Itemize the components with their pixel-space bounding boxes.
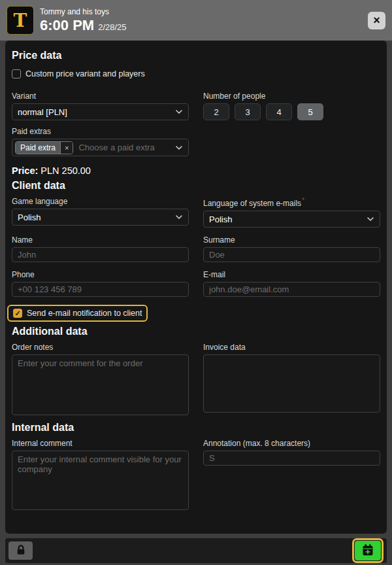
save-booking-button[interactable] (355, 541, 381, 560)
booking-date: 2/28/25 (98, 22, 126, 32)
checkmark-icon: ✓ (14, 310, 20, 317)
variant-select[interactable]: normal [PLN] (12, 103, 189, 120)
phone-label: Phone (12, 270, 189, 279)
price-total-label: Price: (12, 165, 38, 176)
order-notes-label: Order notes (12, 343, 189, 352)
price-data-heading: Price data (12, 50, 380, 61)
invoice-data-label: Invoice data (203, 343, 380, 352)
people-option[interactable]: 2 (203, 103, 229, 120)
notify-checkbox-highlight: ✓ Send e-mail notification to client (7, 305, 148, 322)
custom-price-checkbox[interactable] (12, 69, 21, 78)
people-option[interactable]: 3 (235, 103, 261, 120)
price-total: Price: PLN 250.00 (12, 165, 380, 176)
paid-extras-placeholder: Choose a paid extra (78, 143, 171, 152)
booking-form-panel: Price data Custom price variant and play… (5, 41, 387, 534)
email-language-value: Polish (209, 214, 232, 224)
notify-checkbox[interactable]: ✓ (13, 309, 22, 318)
email-language-select[interactable]: Polish (203, 211, 380, 228)
booking-header-info: Tommy and his toys 6:00 PM 2/28/25 (40, 7, 368, 34)
annotation-input[interactable] (203, 451, 380, 466)
internal-comment-textarea[interactable] (12, 451, 189, 510)
phone-input[interactable] (12, 282, 189, 297)
game-language-select[interactable]: Polish (12, 209, 189, 226)
calendar-plus-icon (361, 543, 374, 558)
variant-selected-value: normal [PLN] (18, 107, 67, 117)
client-data-heading: Client data (12, 180, 380, 192)
paid-extras-label: Paid extras (12, 127, 189, 136)
game-language-value: Polish (18, 213, 41, 222)
close-icon: × (373, 14, 380, 27)
people-label: Number of people (203, 92, 380, 101)
people-option[interactable]: 5 (297, 103, 323, 120)
logo-letter: T (14, 10, 27, 31)
paid-extra-tag-label: Paid extra (16, 142, 60, 154)
people-button-group: 2 3 4 5 (203, 103, 380, 120)
people-option[interactable]: 4 (266, 103, 292, 120)
name-label: Name (12, 235, 189, 245)
invoice-data-textarea[interactable] (203, 354, 380, 413)
name-input[interactable] (12, 247, 189, 262)
paid-extras-multiselect[interactable]: Paid extra × Choose a paid extra (12, 139, 189, 156)
variant-label: Variant (12, 92, 189, 101)
lock-icon (15, 544, 27, 558)
internal-comment-label: Internal comment (12, 439, 189, 448)
chevron-down-icon (175, 213, 183, 221)
chevron-down-icon (175, 144, 183, 152)
notify-checkbox-row[interactable]: ✓ Send e-mail notification to client (13, 309, 142, 318)
additional-data-heading: Additional data (12, 326, 380, 337)
remove-tag-icon[interactable]: × (60, 142, 73, 154)
save-button-highlight (352, 538, 384, 563)
custom-price-checkbox-row[interactable]: Custom price variant and players (12, 69, 145, 78)
required-mark: * (302, 197, 304, 204)
custom-price-checkbox-label: Custom price variant and players (25, 69, 145, 78)
booking-time: 6:00 PM (40, 17, 94, 34)
modal-footer (5, 538, 387, 563)
annotation-label: Annotation (max. 8 characters) (203, 439, 380, 448)
lock-button[interactable] (8, 541, 33, 560)
paid-extra-tag: Paid extra × (15, 141, 73, 154)
close-button[interactable]: × (368, 12, 385, 29)
email-label: E-mail (203, 270, 380, 279)
company-logo: T (7, 6, 34, 35)
chevron-down-icon (175, 108, 183, 116)
game-title: Tommy and his toys (40, 7, 368, 17)
email-input[interactable] (203, 282, 380, 297)
chevron-down-icon (367, 215, 374, 223)
order-notes-textarea[interactable] (12, 354, 189, 415)
modal-header: T Tommy and his toys 6:00 PM 2/28/25 × (0, 0, 392, 41)
internal-data-heading: Internal data (12, 422, 380, 434)
game-language-label: Game language (12, 197, 189, 206)
email-language-label: Language of system e-mails* (203, 197, 380, 208)
surname-label: Surname (203, 235, 380, 245)
surname-input[interactable] (203, 247, 380, 262)
notify-checkbox-label: Send e-mail notification to client (27, 309, 142, 318)
price-total-value: PLN 250.00 (38, 165, 91, 176)
